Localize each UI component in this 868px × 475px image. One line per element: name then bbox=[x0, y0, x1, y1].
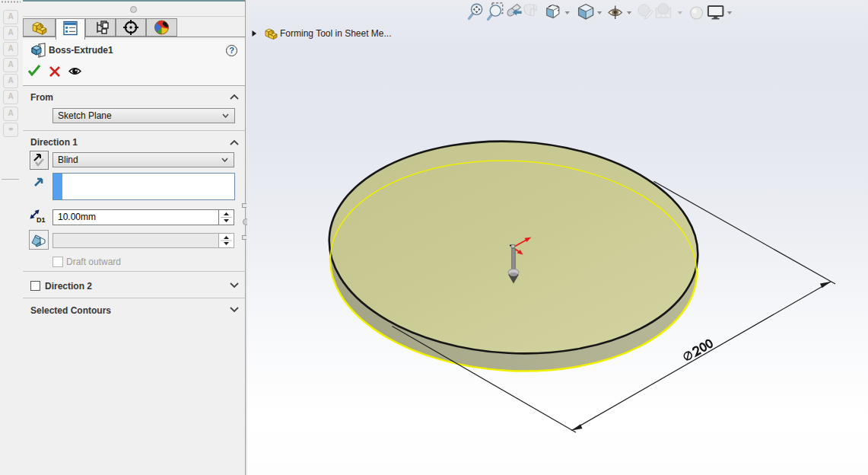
svg-text:D1: D1 bbox=[37, 216, 46, 224]
